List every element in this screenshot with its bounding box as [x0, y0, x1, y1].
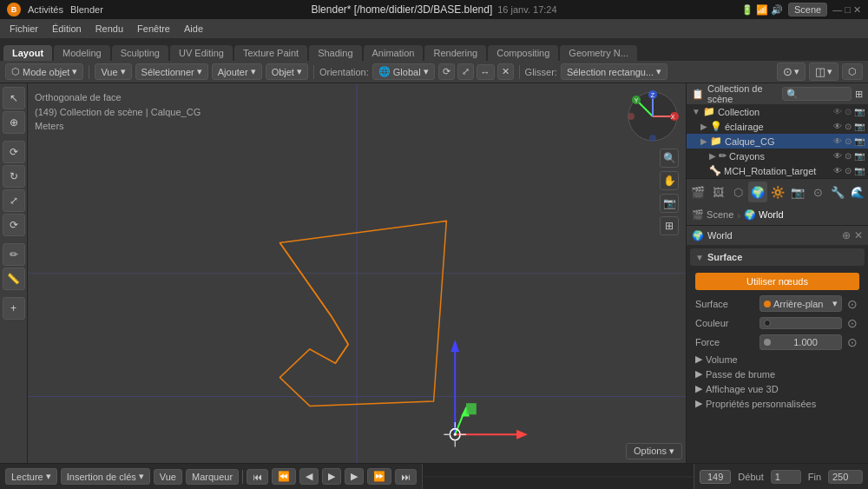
timeline-track[interactable] — [423, 464, 694, 489]
sel-icon-3[interactable]: ⊙ — [845, 136, 852, 146]
annotate-tool[interactable]: ✏ — [3, 243, 25, 266]
end-frame-input[interactable] — [828, 470, 863, 484]
go-end-btn[interactable]: ⏭ — [395, 469, 417, 485]
menu-edition[interactable]: Édition — [46, 22, 88, 36]
force-dot-btn[interactable]: ⊙ — [845, 335, 859, 349]
scale-tool[interactable]: ⤢ — [3, 189, 25, 212]
tab-geometry[interactable]: Geometry N... — [560, 45, 636, 61]
move-tool[interactable]: ⟳ — [3, 141, 25, 163]
affichage-vue-section[interactable]: ▶ Affichage vue 3D — [690, 381, 865, 396]
tab-compositing[interactable]: Compositing — [488, 45, 558, 61]
force-value[interactable]: 1.000 — [760, 334, 842, 350]
prop-tab-world[interactable]: 🌍 — [748, 182, 767, 202]
rotate-tool[interactable]: ↻ — [3, 165, 25, 188]
couleur-value[interactable] — [760, 317, 842, 329]
tab-shading[interactable]: Shading — [309, 45, 361, 61]
sel-icon-4[interactable]: ⊙ — [845, 151, 852, 161]
sel-icon-5[interactable]: ⊙ — [845, 166, 852, 175]
add-btn[interactable]: Ajouter ▾ — [212, 63, 262, 80]
prop-tab-particles[interactable]: 🌊 — [848, 182, 867, 202]
prev-keyframe-btn[interactable]: ◀ — [299, 468, 319, 485]
start-frame-input[interactable] — [771, 470, 801, 484]
snap-btn-4[interactable]: ✕ — [497, 63, 514, 80]
menu-fichier[interactable]: Fichier — [3, 22, 44, 36]
prop-tab-render[interactable]: 🎬 — [688, 182, 707, 202]
snap-btn-1[interactable]: ⟳ — [438, 63, 455, 80]
prop-tab-modifiers[interactable]: 🔧 — [828, 182, 847, 202]
render-icon-4[interactable]: 📷 — [854, 151, 865, 161]
next-keyframe-btn[interactable]: ▶ — [345, 468, 364, 485]
snap-type-btn[interactable]: Sélection rectangu... ▾ — [561, 63, 667, 80]
mode-selector[interactable]: ⬡ Mode objet ▾ — [5, 63, 83, 80]
vis-icon-5[interactable]: 👁 — [833, 166, 842, 175]
viewport[interactable]: Orthogonale de face (149) Collection de … — [28, 83, 686, 463]
sel-icon-1[interactable]: ⊙ — [845, 107, 852, 116]
prop-tab-camera[interactable]: 📷 — [788, 182, 807, 202]
measure-tool[interactable]: 📏 — [3, 268, 25, 290]
volume-section[interactable]: ▶ Volume — [690, 352, 865, 367]
vis-icon-2[interactable]: 👁 — [833, 122, 842, 131]
vis-icon-1[interactable]: 👁 — [833, 107, 842, 116]
outliner-search[interactable] — [782, 87, 852, 101]
sel-icon-2[interactable]: ⊙ — [845, 122, 852, 131]
use-nodes-btn[interactable]: Utiliser nœuds — [695, 273, 859, 290]
menu-fenetre[interactable]: Fenêtre — [131, 22, 176, 36]
tab-modeling[interactable]: Modeling — [54, 45, 110, 61]
timeline-view-btn[interactable]: Vue — [154, 469, 182, 485]
tab-texture-paint[interactable]: Texture Paint — [234, 45, 307, 61]
prop-tab-light[interactable]: 🔆 — [768, 182, 787, 202]
menu-aide[interactable]: Aide — [178, 22, 209, 36]
view-btn[interactable]: Vue ▾ — [95, 63, 131, 80]
surface-dot-btn[interactable]: ⊙ — [845, 297, 859, 311]
tab-sculpting[interactable]: Sculpting — [112, 45, 168, 61]
select-tool[interactable]: ↖ — [3, 87, 25, 109]
hand-btn[interactable]: ✋ — [660, 171, 679, 190]
snap-btn-3[interactable]: ↔ — [477, 64, 495, 80]
cursor-tool[interactable]: ⊕ — [3, 111, 25, 134]
prop-tab-object[interactable]: ⊙ — [808, 182, 827, 202]
select-btn[interactable]: Sélectionner ▾ — [135, 63, 208, 80]
outliner-item-calque[interactable]: ▶ 📁 Calque_CG 👁 ⊙ 📷 — [687, 134, 868, 149]
prev-frame-btn[interactable]: ⏪ — [272, 468, 296, 485]
menu-rendu[interactable]: Rendu — [89, 22, 129, 36]
outliner-item-mch[interactable]: 🦴 MCH_Rotation_target 👁 ⊙ 📷 — [687, 163, 868, 178]
key-insert-btn[interactable]: Insertion de clés ▾ — [61, 468, 150, 485]
world-unlink-btn[interactable]: ✕ — [854, 229, 863, 241]
outliner-filter-icon[interactable]: ⊞ — [855, 89, 863, 100]
breadcrumb-scene[interactable]: 🎬 Scene — [692, 209, 733, 221]
marqueur-btn[interactable]: Marqueur — [186, 469, 239, 485]
tab-layout[interactable]: Layout — [3, 45, 52, 61]
lecture-btn[interactable]: Lecture ▾ — [5, 468, 57, 485]
object-btn[interactable]: Objet ▾ — [266, 63, 308, 80]
viewport-options-btn[interactable]: Options ▾ — [626, 443, 682, 459]
play-btn[interactable]: ▶ — [322, 468, 341, 485]
outliner-item-collection[interactable]: ▼ 📁 Collection 👁 ⊙ 📷 — [687, 104, 868, 119]
render-icon-2[interactable]: 📷 — [854, 122, 865, 131]
viewport-mode-btn[interactable]: ◫ ▾ — [809, 63, 838, 81]
current-frame-display[interactable]: 149 — [700, 470, 731, 484]
render-icon-1[interactable]: 📷 — [854, 107, 865, 116]
overlay-btn[interactable]: ⊙ ▾ — [777, 63, 806, 81]
tab-rendering[interactable]: Rendering — [424, 45, 486, 61]
add-tool[interactable]: + — [3, 297, 25, 320]
xray-btn[interactable]: ⬡ — [842, 63, 863, 80]
zoom-in-btn[interactable]: 🔍 — [660, 149, 679, 168]
couleur-dot-btn[interactable]: ⊙ — [845, 316, 859, 330]
vis-icon-4[interactable]: 👁 — [833, 151, 842, 161]
surface-value[interactable]: Arrière-plan ▾ — [760, 295, 842, 312]
passe-brume-section[interactable]: ▶ Passe de brume — [690, 367, 865, 381]
next-frame-btn[interactable]: ⏩ — [367, 468, 391, 485]
render-icon-3[interactable]: 📷 — [854, 136, 865, 146]
vis-icon-3[interactable]: 👁 — [833, 136, 842, 146]
snap-btn-2[interactable]: ⤢ — [457, 63, 474, 80]
global-btn[interactable]: 🌐 Global ▾ — [372, 63, 435, 80]
go-start-btn[interactable]: ⏮ — [247, 469, 268, 485]
world-new-btn[interactable]: ⊕ — [842, 229, 851, 241]
prop-tab-viewlayer[interactable]: ⬡ — [728, 182, 747, 202]
tab-animation[interactable]: Animation — [364, 45, 424, 61]
viewport-gizmo[interactable]: X Y Z — [627, 90, 679, 142]
surface-section-header[interactable]: ▼ Surface — [690, 248, 865, 266]
window-controls[interactable]: — □ ✕ — [832, 4, 861, 16]
camera-btn[interactable]: 📷 — [660, 194, 679, 213]
grid-btn[interactable]: ⊞ — [660, 216, 679, 235]
